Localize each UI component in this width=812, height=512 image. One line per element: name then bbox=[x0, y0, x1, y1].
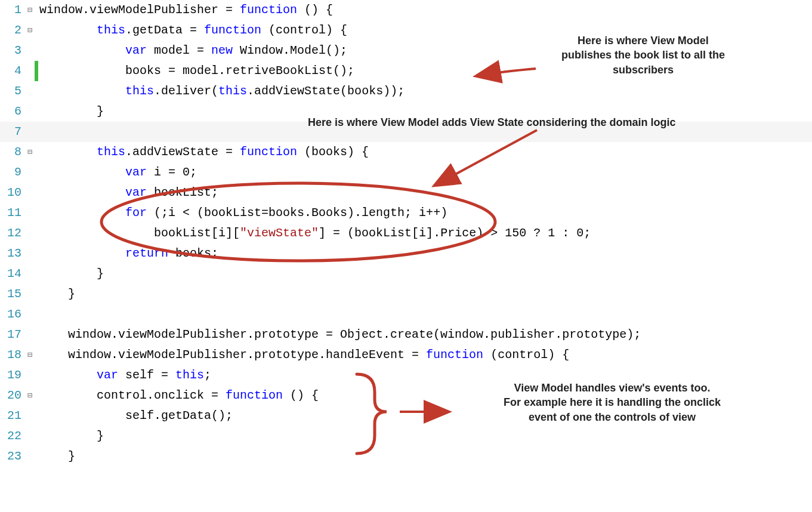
code-editor: 1⊟window.viewModelPublisher = function (… bbox=[0, 0, 812, 512]
fold-toggle[interactable]: ⊟ bbox=[25, 385, 35, 406]
change-marker bbox=[35, 122, 38, 142]
code-text[interactable]: } bbox=[38, 264, 104, 284]
code-line[interactable]: 12 bookList[i]["viewState"] = (bookList[… bbox=[0, 223, 812, 243]
line-number: 11 bbox=[0, 203, 25, 223]
annotation-publish: Here is where View Model publishes the b… bbox=[536, 33, 751, 77]
code-line[interactable]: 15 } bbox=[0, 284, 812, 304]
line-number: 14 bbox=[0, 264, 25, 284]
line-number: 12 bbox=[0, 223, 25, 243]
line-number: 2 bbox=[0, 20, 25, 41]
code-text[interactable]: this.addViewState = function (books) { bbox=[38, 142, 369, 162]
code-text[interactable]: window.viewModelPublisher.prototype = Ob… bbox=[38, 325, 641, 345]
change-marker bbox=[35, 304, 38, 325]
code-text[interactable]: } bbox=[38, 284, 75, 304]
fold-toggle[interactable]: ⊟ bbox=[25, 0, 35, 20]
code-line[interactable]: 1⊟window.viewModelPublisher = function (… bbox=[0, 0, 812, 20]
code-text[interactable]: bookList[i]["viewState"] = (bookList[i].… bbox=[38, 223, 591, 243]
code-line[interactable]: 22 } bbox=[0, 426, 812, 446]
code-text[interactable]: window.viewModelPublisher = function () … bbox=[38, 0, 333, 20]
code-line[interactable]: 8⊟ this.addViewState = function (books) … bbox=[0, 142, 812, 162]
code-line[interactable]: 14 } bbox=[0, 264, 812, 284]
line-number: 5 bbox=[0, 81, 25, 101]
code-text[interactable]: control.onclick = function () { bbox=[38, 385, 319, 406]
line-number: 16 bbox=[0, 304, 25, 325]
line-number: 19 bbox=[0, 365, 25, 385]
line-number: 1 bbox=[0, 0, 25, 20]
line-number: 23 bbox=[0, 446, 25, 467]
code-text[interactable]: self.getData(); bbox=[38, 406, 233, 426]
line-number: 8 bbox=[0, 142, 25, 162]
line-number: 15 bbox=[0, 284, 25, 304]
code-line[interactable]: 5 this.deliver(this.addViewState(books))… bbox=[0, 81, 812, 101]
line-number: 6 bbox=[0, 101, 25, 122]
line-number: 22 bbox=[0, 426, 25, 446]
annotation-viewstate: Here is where View Model adds View State… bbox=[308, 115, 812, 129]
code-text[interactable]: var self = this; bbox=[38, 365, 211, 385]
line-number: 20 bbox=[0, 385, 25, 406]
code-text[interactable]: var i = 0; bbox=[38, 162, 197, 183]
code-text[interactable]: window.viewModelPublisher.prototype.hand… bbox=[38, 345, 569, 365]
fold-toggle[interactable]: ⊟ bbox=[25, 142, 35, 162]
line-number: 9 bbox=[0, 162, 25, 183]
code-text[interactable]: this.deliver(this.addViewState(books)); bbox=[38, 81, 405, 101]
code-text[interactable]: for (;i < (bookList=books.Books).length;… bbox=[38, 203, 447, 223]
line-number: 7 bbox=[0, 122, 25, 142]
line-number: 18 bbox=[0, 345, 25, 365]
code-line[interactable]: 11 for (;i < (bookList=books.Books).leng… bbox=[0, 203, 812, 223]
code-text[interactable]: } bbox=[38, 446, 75, 467]
line-number: 10 bbox=[0, 183, 25, 203]
line-number: 17 bbox=[0, 325, 25, 345]
fold-toggle[interactable]: ⊟ bbox=[25, 345, 35, 365]
code-text[interactable]: var model = new Window.Model(); bbox=[38, 41, 347, 61]
line-number: 21 bbox=[0, 406, 25, 426]
code-line[interactable]: 17 window.viewModelPublisher.prototype =… bbox=[0, 325, 812, 345]
line-number: 4 bbox=[0, 61, 25, 81]
code-line[interactable]: 9 var i = 0; bbox=[0, 162, 812, 183]
annotation-events: View Model handles view's events too. Fo… bbox=[457, 381, 767, 424]
code-text[interactable]: var bookList; bbox=[38, 183, 218, 203]
code-line[interactable]: 16 bbox=[0, 304, 812, 325]
code-text[interactable]: return books; bbox=[38, 243, 218, 264]
code-line[interactable]: 13 return books; bbox=[0, 243, 812, 264]
code-text[interactable]: this.getData = function (control) { bbox=[38, 20, 347, 41]
code-text[interactable]: } bbox=[38, 101, 104, 122]
code-line[interactable]: 10 var bookList; bbox=[0, 183, 812, 203]
code-text[interactable]: } bbox=[38, 426, 104, 446]
fold-toggle[interactable]: ⊟ bbox=[25, 20, 35, 41]
line-number: 3 bbox=[0, 41, 25, 61]
line-number: 13 bbox=[0, 243, 25, 264]
code-text[interactable]: books = model.retriveBookList(); bbox=[38, 61, 354, 81]
code-line[interactable]: 18⊟ window.viewModelPublisher.prototype.… bbox=[0, 345, 812, 365]
code-line[interactable]: 23 } bbox=[0, 446, 812, 467]
